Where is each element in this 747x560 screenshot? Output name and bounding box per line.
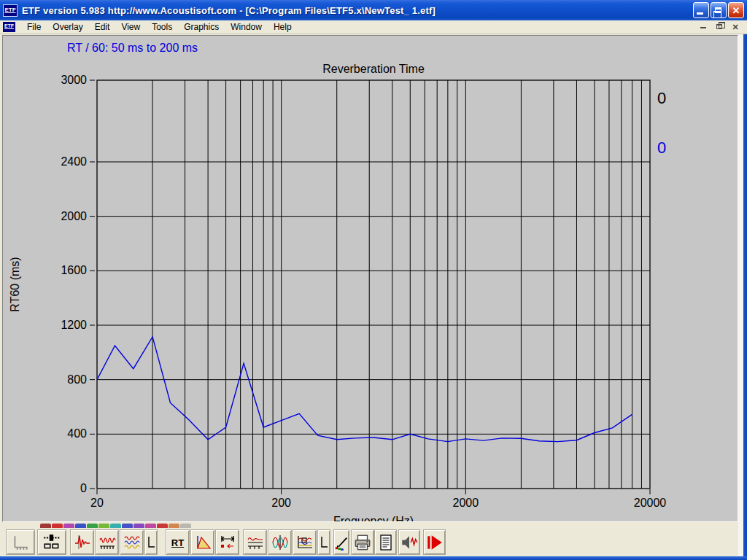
menu-item-window[interactable]: Window [225, 20, 268, 34]
menu-bar: ETF FileOverlayEditViewToolsGraphicsWind… [0, 20, 747, 34]
speaker-icon [400, 533, 419, 552]
gate-icon [219, 533, 236, 552]
toolbar-button-measure-play[interactable] [423, 529, 446, 555]
axis-corner-icon [146, 533, 156, 552]
etf-logo-icon: ETF [3, 4, 18, 17]
toolbar-button-waterfall[interactable] [190, 529, 214, 555]
restore-icon [715, 7, 721, 13]
menu-item-file[interactable]: File [21, 20, 47, 34]
y-axis-title: RT60 (ms) [9, 257, 21, 311]
chart-title: Reverberation Time [322, 63, 425, 75]
window-title: ETF version 5.983 http://www.Acoustisoft… [22, 5, 693, 16]
toolbar-button-impulse-response[interactable] [70, 529, 94, 555]
toolbar-button-range-sliders[interactable] [37, 529, 66, 555]
window-border-right [743, 20, 747, 560]
mdi-close-icon: ✕ [732, 23, 738, 31]
menu-item-help[interactable]: Help [268, 20, 298, 34]
x-tick-label: 20 [90, 497, 104, 509]
brush-icon [333, 533, 349, 552]
bottom-toolbar: RT [0, 528, 743, 556]
spectrogram-icon [296, 533, 314, 552]
y-tick-label: 2000 [61, 210, 87, 222]
close-icon: ✕ [732, 6, 740, 15]
rt60-chart: 0400800120016002000240030002020020002000… [3, 36, 738, 521]
waterfall-icon [194, 533, 212, 552]
toolbar-button-speaker-test[interactable] [398, 529, 420, 555]
menu-item-view[interactable]: View [115, 20, 146, 34]
toolbar-button-gate-settings[interactable] [215, 529, 239, 555]
y-tick-label: 1200 [61, 319, 87, 331]
overlay-marker-blue: 0 [657, 139, 666, 158]
x-tick-label: 200 [271, 497, 291, 509]
toolbar-button-axes-display[interactable] [6, 529, 35, 555]
y-tick-label: 1600 [61, 264, 87, 276]
x-axis-title: Frequency (Hz) [333, 515, 414, 521]
toolbar-button-phase-response[interactable] [268, 529, 292, 555]
rt60-series-line [97, 337, 632, 442]
overlay-responses-icon [123, 533, 141, 552]
rt-text-icon: RT [171, 536, 184, 549]
chart-panel: RT / 60: 50 ms to 200 ms 040080012001600… [2, 35, 738, 522]
toolbar-button-axis-corner-a[interactable] [144, 529, 158, 555]
toolbar-button-overlay-responses[interactable] [120, 529, 144, 555]
menu-item-edit[interactable]: Edit [89, 20, 116, 34]
menu-item-overlay[interactable]: Overlay [47, 20, 88, 34]
overlay-marker-black: 0 [657, 89, 666, 108]
menu-item-graphics[interactable]: Graphics [178, 20, 225, 34]
toolbar-button-reverberation-time[interactable]: RT [166, 529, 190, 555]
frequency-response-icon [98, 533, 116, 552]
close-button[interactable]: ✕ [728, 2, 744, 18]
toolbar-button-spectrogram[interactable] [293, 529, 317, 555]
mdi-restore-icon [716, 24, 722, 29]
plot-frame [97, 80, 650, 489]
document-icon [377, 533, 395, 552]
toolbar-button-smoothed-response[interactable] [243, 529, 267, 555]
y-tick-label: 800 [67, 373, 87, 386]
axes-icon [10, 533, 31, 552]
toolbar-button-frequency-response[interactable] [95, 529, 119, 555]
toolbar-button-axis-corner-b[interactable] [317, 529, 330, 555]
minimize-icon [697, 12, 703, 15]
x-tick-label: 2000 [453, 497, 479, 509]
client-area: RT / 60: 50 ms to 200 ms 040080012001600… [0, 34, 743, 556]
minimize-button[interactable] [693, 2, 709, 18]
x-tick-label: 20000 [634, 497, 667, 509]
phase-icon [271, 533, 289, 552]
printer-icon [353, 533, 372, 552]
window-border-bottom [0, 556, 747, 560]
y-tick-label: 0 [80, 482, 87, 494]
range-slider-icon [42, 533, 62, 552]
y-tick-label: 400 [67, 427, 87, 440]
y-tick-label: 2400 [61, 155, 87, 168]
menu-item-tools[interactable]: Tools [146, 20, 178, 34]
smoothed-response-icon [247, 533, 264, 552]
mdi-minimize-icon [700, 27, 706, 28]
play-icon [425, 533, 444, 552]
mdi-close-button[interactable]: ✕ [729, 22, 741, 32]
toolbar-button-print[interactable] [351, 529, 374, 555]
mdi-minimize-button[interactable] [697, 22, 709, 32]
toolbar-button-color-editor[interactable] [333, 529, 349, 555]
etf-mdi-icon: ETF [3, 22, 15, 32]
restore-button[interactable] [711, 2, 727, 18]
axis-corner-icon [319, 533, 329, 552]
mdi-restore-button[interactable] [713, 22, 725, 32]
y-tick-label: 3000 [61, 74, 87, 86]
title-bar: ETF ETF version 5.983 http://www.Acousti… [0, 0, 747, 20]
toolbar-button-notes[interactable] [374, 529, 397, 555]
impulse-response-icon [74, 533, 91, 552]
right-inner-border [738, 34, 743, 556]
